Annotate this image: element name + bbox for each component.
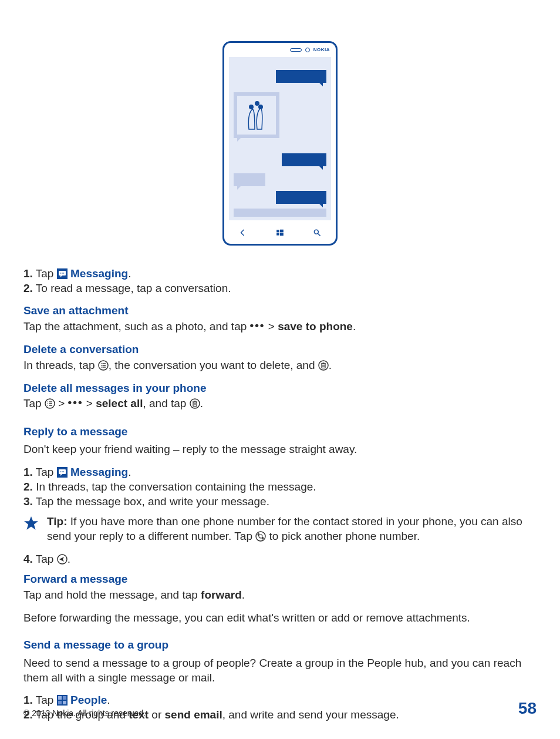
reply-step-4: 4. Tap . [23,552,537,567]
svg-rect-6 [280,233,284,236]
svg-rect-5 [276,233,279,236]
step-1: 1. Tap Messaging. [23,267,537,281]
svg-point-20 [319,361,328,370]
save-attachment-body: Tap the attachment, such as a photo, and… [23,320,537,334]
send-icon [57,554,68,565]
switch-number-icon [255,531,266,542]
delete-icon [190,398,200,409]
reply-step-2: 2. In threads, tap the conversation cont… [23,480,537,495]
svg-point-33 [190,399,200,408]
svg-point-2 [258,105,263,109]
messaging-tile-icon [57,467,68,478]
svg-point-45 [256,532,265,541]
tip-callout: Tip: If you have more than one phone num… [23,515,537,543]
copyright-text: © 2013 Nokia. All rights reserved. [23,708,146,718]
reply-intro: Don't keep your friend waiting – reply t… [23,442,537,457]
delete-all-body: Tap > ••• > select all, and tap . [23,397,537,411]
more-icon: ••• [68,395,83,410]
messaging-tile-icon [57,268,68,279]
phone-illustration: NOKIA [23,41,537,246]
section-group: Send a message to a group [23,638,537,653]
section-save-attachment: Save an attachment [23,304,537,318]
more-icon: ••• [250,318,265,333]
reply-step-1: 1. Tap Messaging. [23,465,537,480]
page-footer: © 2013 Nokia. All rights reserved. 58 [23,699,537,718]
svg-point-0 [249,105,254,109]
svg-rect-4 [280,230,284,233]
svg-rect-3 [276,230,279,232]
step-2: 2. To read a message, tap a conversation… [23,281,537,296]
group-intro: Need to send a message to a group of peo… [23,656,537,685]
phone-brand: NOKIA [313,47,330,52]
select-list-icon [98,360,109,371]
svg-point-42 [62,471,63,472]
windows-icon [276,229,284,239]
section-forward: Forward a message [23,572,537,587]
forward-body: Tap and hold the message, and tap forwar… [23,588,537,603]
svg-rect-21 [322,364,325,368]
search-icon [313,229,321,239]
forward-note: Before forwarding the message, you can e… [23,611,537,626]
svg-point-1 [255,101,259,106]
star-icon [23,516,39,531]
section-delete-conversation: Delete a conversation [23,342,537,357]
delete-icon [318,360,329,371]
svg-marker-44 [24,516,38,530]
select-list-icon [45,398,55,409]
reply-step-3: 3. Tap the message box, and write your m… [23,495,537,509]
svg-point-10 [60,273,61,274]
section-delete-all: Delete all messages in your phone [23,381,537,396]
back-icon [239,229,247,239]
svg-point-11 [62,273,63,274]
svg-point-43 [63,471,64,472]
page-number: 58 [518,699,537,718]
section-reply: Reply to a message [23,425,537,439]
tip-text: Tip: If you have more than one phone num… [47,515,537,543]
svg-rect-34 [193,402,197,407]
svg-point-41 [60,471,61,472]
svg-point-12 [63,273,64,274]
delete-conversation-body: In threads, tap , the conversation you w… [23,358,537,373]
